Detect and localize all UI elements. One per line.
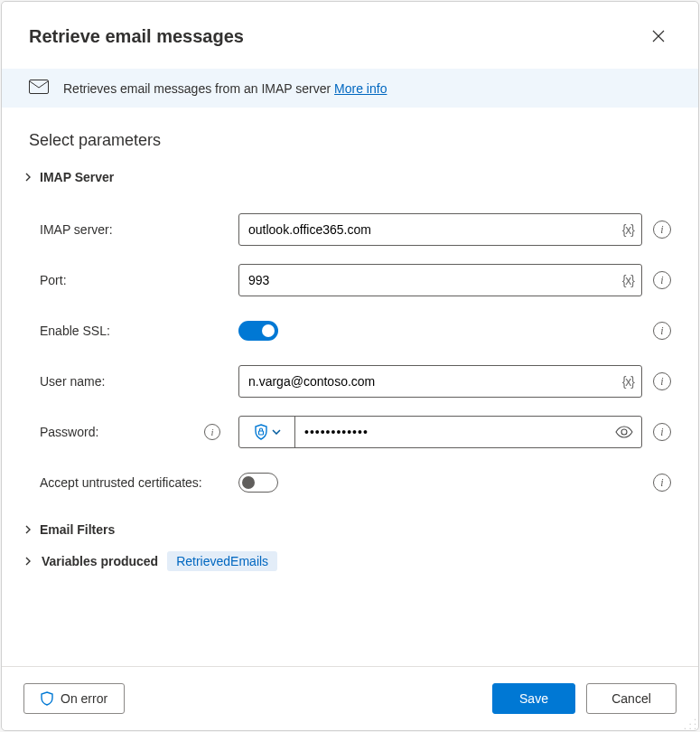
imap-server-label: IMAP server: <box>40 222 113 237</box>
port-label: Port: <box>40 273 67 287</box>
variable-picker-icon[interactable]: {x} <box>622 222 634 237</box>
chevron-right-icon <box>23 173 33 182</box>
info-icon[interactable]: i <box>653 423 671 441</box>
dialog-footer: On error Save Cancel <box>2 666 698 730</box>
username-input-wrap: {x} <box>238 365 642 398</box>
group-variables-label: Variables produced <box>42 554 158 568</box>
field-port: Port: {x} i <box>29 255 671 305</box>
dialog-body: Select parameters IMAP Server IMAP serve… <box>2 108 698 666</box>
mail-icon <box>29 80 49 97</box>
info-icon[interactable]: i <box>653 221 671 239</box>
port-input[interactable] <box>239 265 641 296</box>
ssl-toggle[interactable] <box>238 321 278 341</box>
banner-text: Retrieves email messages from an IMAP se… <box>63 81 387 96</box>
info-icon[interactable]: i <box>653 271 671 289</box>
reveal-password-button[interactable] <box>607 417 641 447</box>
chevron-right-icon <box>23 557 33 566</box>
ssl-label: Enable SSL: <box>40 324 110 338</box>
group-imap-server-header[interactable]: IMAP Server <box>23 170 671 184</box>
variable-picker-icon[interactable]: {x} <box>622 273 634 287</box>
info-icon[interactable]: i <box>653 474 671 492</box>
imap-server-input-wrap: {x} <box>238 213 642 246</box>
dialog-title: Retrieve email messages <box>29 26 244 47</box>
group-email-filters-header[interactable]: Email Filters <box>23 522 671 537</box>
password-label: Password: <box>40 425 98 439</box>
more-info-link[interactable]: More info <box>334 81 387 96</box>
chevron-right-icon <box>23 525 33 534</box>
password-provider-dropdown[interactable] <box>239 417 295 447</box>
description-banner: Retrieves email messages from an IMAP se… <box>2 69 698 108</box>
shield-lock-icon <box>254 424 268 440</box>
username-label: User name: <box>40 374 105 389</box>
variable-picker-icon[interactable]: {x} <box>622 374 634 389</box>
retrieve-email-dialog: Retrieve email messages Retrieves email … <box>1 1 699 731</box>
info-icon[interactable]: i <box>653 372 671 390</box>
field-accept-untrusted: Accept untrusted certificates: i <box>29 457 671 508</box>
section-title: Select parameters <box>29 131 671 150</box>
cancel-button[interactable]: Cancel <box>586 683 677 714</box>
group-imap-label: IMAP Server <box>40 170 114 184</box>
field-password: Password: i i <box>29 407 671 457</box>
username-input[interactable] <box>239 366 641 397</box>
dialog-header: Retrieve email messages <box>2 2 698 69</box>
eye-icon <box>615 426 633 438</box>
shield-icon <box>41 691 53 706</box>
on-error-label: On error <box>61 691 107 706</box>
save-button[interactable]: Save <box>492 683 575 714</box>
info-icon[interactable]: i <box>204 424 220 440</box>
port-input-wrap: {x} <box>238 264 642 296</box>
field-imap-server: IMAP server: {x} i <box>29 204 671 255</box>
field-enable-ssl: Enable SSL: i <box>29 305 671 356</box>
footer-actions: Save Cancel <box>492 683 677 714</box>
imap-server-input[interactable] <box>239 214 641 245</box>
field-username: User name: {x} i <box>29 356 671 407</box>
svg-rect-0 <box>30 80 49 94</box>
close-icon <box>652 30 665 42</box>
password-box <box>238 416 642 448</box>
group-variables-produced[interactable]: Variables produced RetrievedEmails <box>23 551 671 571</box>
variable-chip-retrievedemails[interactable]: RetrievedEmails <box>167 551 277 571</box>
group-filters-label: Email Filters <box>40 522 115 537</box>
info-icon[interactable]: i <box>653 322 671 340</box>
chevron-down-icon <box>272 429 281 435</box>
untrusted-toggle[interactable] <box>238 473 278 493</box>
password-input[interactable] <box>295 417 607 447</box>
close-button[interactable] <box>644 22 673 51</box>
untrusted-label: Accept untrusted certificates: <box>40 475 202 490</box>
svg-point-2 <box>621 429 627 435</box>
on-error-button[interactable]: On error <box>23 683 125 714</box>
svg-rect-1 <box>258 431 263 435</box>
